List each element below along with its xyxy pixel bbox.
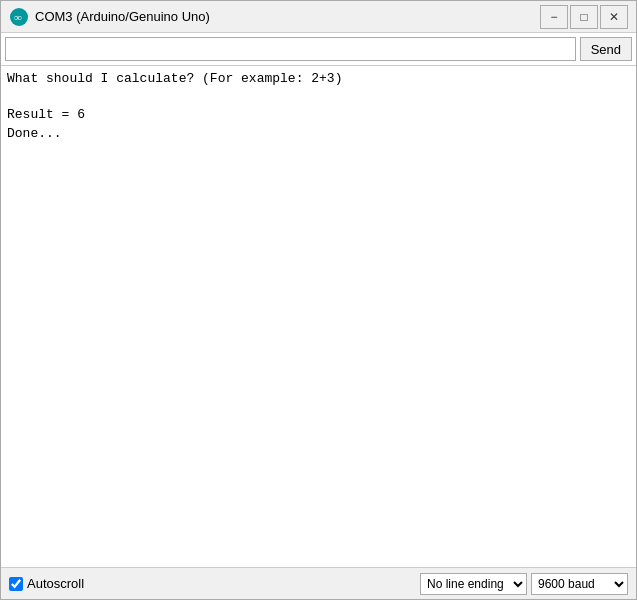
window-title: COM3 (Arduino/Genuino Uno) (35, 9, 540, 24)
status-right: No line ending Newline Carriage return B… (420, 573, 628, 595)
status-bar: Autoscroll No line ending Newline Carria… (1, 567, 636, 599)
toolbar: Send (1, 33, 636, 66)
autoscroll-area: Autoscroll (9, 576, 84, 591)
autoscroll-checkbox[interactable] (9, 577, 23, 591)
title-bar: ∞ COM3 (Arduino/Genuino Uno) − □ ✕ (1, 1, 636, 33)
close-button[interactable]: ✕ (600, 5, 628, 29)
minimize-button[interactable]: − (540, 5, 568, 29)
serial-output: What should I calculate? (For example: 2… (1, 66, 636, 567)
line-ending-select[interactable]: No line ending Newline Carriage return B… (420, 573, 527, 595)
arduino-logo-icon: ∞ (9, 7, 29, 27)
baud-rate-select[interactable]: 300 baud 1200 baud 2400 baud 4800 baud 9… (531, 573, 628, 595)
maximize-button[interactable]: □ (570, 5, 598, 29)
autoscroll-label[interactable]: Autoscroll (27, 576, 84, 591)
serial-input[interactable] (5, 37, 576, 61)
serial-monitor-window: ∞ COM3 (Arduino/Genuino Uno) − □ ✕ Send … (0, 0, 637, 600)
svg-text:∞: ∞ (14, 11, 22, 23)
send-button[interactable]: Send (580, 37, 632, 61)
window-controls: − □ ✕ (540, 5, 628, 29)
